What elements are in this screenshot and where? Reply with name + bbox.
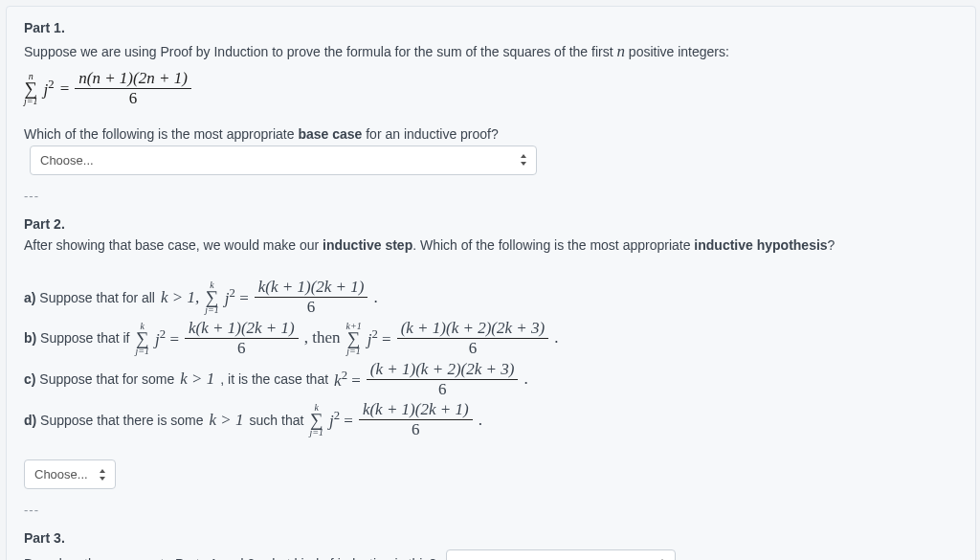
part1-intro: Suppose we are using Proof by Induction … — [24, 39, 958, 64]
sigma-glyph: ∑ — [24, 80, 37, 97]
divider-1: --- — [24, 189, 958, 203]
sum-lower: j=1 — [24, 97, 38, 105]
divider-2: --- — [24, 503, 958, 517]
part3-select[interactable]: Choose... — [446, 549, 676, 560]
part1-formula: n ∑ j=1 j2 = n(n + 1)(2n + 1) 6 — [24, 70, 958, 107]
q-bold: base case — [298, 126, 362, 142]
equals: = — [60, 79, 70, 99]
part3-question-row: Based on the answers to Parts 1 and 2, w… — [24, 549, 958, 560]
option-a: a) Suppose that for all k > 1, k ∑ j=1 j… — [24, 279, 958, 316]
part1-select[interactable]: Choose... — [30, 146, 537, 175]
part1-header: Part 1. — [24, 20, 958, 35]
part2-header: Part 2. — [24, 216, 958, 232]
sum-term: j2 — [44, 78, 55, 100]
part2-select[interactable]: Choose... — [24, 459, 116, 489]
question-container: Part 1. Suppose we are using Proof by In… — [6, 6, 976, 560]
fraction: n(n + 1)(2n + 1) 6 — [75, 70, 191, 107]
sum-symbol: n ∑ j=1 — [24, 72, 38, 105]
intro-suffix: positive integers: — [625, 44, 729, 59]
part1-question-row: Which of the following is the most appro… — [24, 124, 958, 175]
q-suffix: for an inductive proof? — [362, 126, 498, 142]
q-prefix: Which of the following is the most appro… — [24, 126, 298, 142]
intro-prefix: Suppose we are using Proof by Induction … — [24, 44, 616, 59]
part3-question: Based on the answers to Parts 1 and 2, w… — [24, 556, 436, 560]
intro-var: n — [616, 42, 625, 60]
numerator: n(n + 1)(2n + 1) — [75, 70, 191, 89]
option-d: d) Suppose that there is some k > 1 such… — [24, 401, 958, 438]
option-c: c) Suppose that for some k > 1 , it is t… — [24, 361, 958, 398]
part3-header: Part 3. — [24, 530, 958, 546]
denominator: 6 — [125, 89, 142, 107]
option-b: b) Suppose that if k ∑ j=1 j2 = k(k + 1)… — [24, 320, 958, 357]
part2-intro: After showing that base case, we would m… — [24, 235, 958, 257]
